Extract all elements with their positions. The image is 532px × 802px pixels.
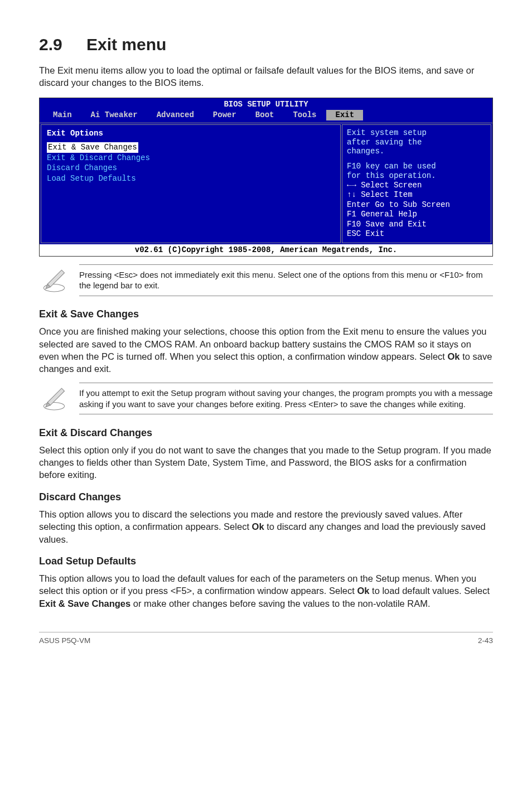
tab-tools[interactable]: Tools (284, 110, 325, 120)
footer-page: 2-43 (478, 636, 493, 646)
page-title: 2.9Exit menu (39, 33, 493, 56)
pencil-icon (39, 264, 69, 297)
p-discard: This option allows you to discard the se… (39, 508, 493, 545)
bios-screenshot: BIOS SETUP UTILITY Main Ai Tweaker Advan… (39, 98, 493, 257)
h-discard: Discard Changes (39, 490, 493, 504)
menu-load-defaults[interactable]: Load Setup Defaults (47, 173, 335, 184)
tab-main[interactable]: Main (44, 110, 81, 120)
p-exit-save: Once you are finished making your select… (39, 325, 493, 375)
intro-text: The Exit menu items allow you to load th… (39, 64, 493, 89)
section-number: 2.9 (39, 33, 86, 56)
tab-advanced[interactable]: Advanced (148, 110, 203, 120)
h-load-defaults: Load Setup Defaults (39, 554, 493, 568)
h-exit-save: Exit & Save Changes (39, 307, 493, 321)
bios-tabs: Main Ai Tweaker Advanced Power Boot Tool… (40, 110, 492, 123)
tab-power[interactable]: Power (204, 110, 245, 120)
note-esc-text: Pressing <Esc> does not immediately exit… (79, 264, 493, 296)
page-footer: ASUS P5Q-VM 2-43 (39, 632, 493, 646)
key-legend: ←→ Select Screen ↑↓ Select Item Enter Go… (347, 181, 486, 239)
footer-model: ASUS P5Q-VM (39, 636, 90, 646)
bios-title: BIOS SETUP UTILITY (40, 98, 492, 110)
bios-body: Exit Options Exit & Save Changes Exit & … (40, 123, 492, 244)
bios-left-pane: Exit Options Exit & Save Changes Exit & … (41, 124, 341, 243)
p-exit-discard: Select this option only if you do not wa… (39, 444, 493, 481)
exit-options-header: Exit Options (47, 128, 335, 139)
tab-ai-tweaker[interactable]: Ai Tweaker (82, 110, 147, 120)
help-text: Exit system setup after saving the chang… (347, 128, 486, 181)
tab-exit[interactable]: Exit (326, 110, 363, 120)
bios-copyright: v02.61 (C)Copyright 1985-2008, American … (40, 244, 492, 256)
note-esc: Pressing <Esc> does not immediately exit… (39, 264, 493, 297)
section-title: Exit menu (86, 35, 166, 54)
menu-exit-save[interactable]: Exit & Save Changes (47, 142, 335, 153)
bios-right-pane: Exit system setup after saving the chang… (342, 124, 491, 243)
note-exit-warn: If you attempt to exit the Setup program… (39, 383, 493, 416)
menu-exit-discard[interactable]: Exit & Discard Changes (47, 153, 335, 163)
menu-discard[interactable]: Discard Changes (47, 163, 335, 173)
h-exit-discard: Exit & Discard Changes (39, 426, 493, 439)
p-load-defaults: This option allows you to load the defau… (39, 572, 493, 610)
tab-boot[interactable]: Boot (246, 110, 283, 120)
pencil-icon (39, 383, 69, 416)
note-exit-warn-text: If you attempt to exit the Setup program… (79, 383, 493, 414)
